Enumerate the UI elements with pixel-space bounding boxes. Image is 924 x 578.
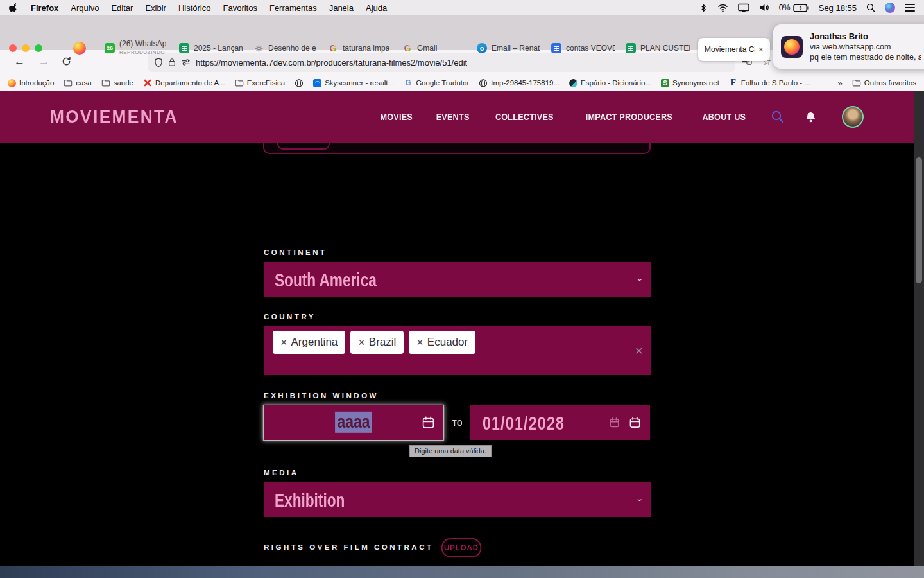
date-from-input[interactable]: aaaa [264,405,443,440]
avatar[interactable] [842,106,864,128]
bluetooth-icon[interactable] [699,3,708,13]
bookmark-espurio[interactable]: Espúrio - Dicionário... [569,79,651,87]
bookmark-label: tmp-29845-175819... [491,79,560,87]
whatsapp-notification[interactable]: Jonathas Brito via web.whatsapp.com pq e… [773,24,924,69]
bookmark-label: Synonyms.net [672,79,719,87]
tab-plan[interactable]: PLAN CUSTEI [620,31,695,66]
bookmark-departamento[interactable]: Departamento de A... [143,78,225,87]
chevron-down-icon: ⌄ [635,495,644,503]
nav-movies[interactable]: MOVIES [381,111,413,123]
tab-whatsapp[interactable]: 26 (26) WhatsAp REPRODUZINDO [99,31,174,66]
reload-button[interactable] [62,57,71,66]
bookmark-globe[interactable] [295,78,304,87]
forward-button[interactable]: → [38,55,49,68]
scrollbar-thumb[interactable] [916,157,922,283]
remove-tag-icon[interactable]: × [416,336,424,349]
bookmark-introducao[interactable]: Introdução [8,79,54,87]
tab-sheets-2025[interactable]: 2025 - Lançan [174,31,248,66]
tag-label: Brazil [369,336,397,349]
menu-janela[interactable]: Janela [329,3,354,13]
wifi-icon[interactable] [717,3,728,12]
menu-favoritos[interactable]: Favoritos [223,3,257,13]
page-scrollbar[interactable] [914,91,924,566]
firefox-icon[interactable] [73,42,86,55]
close-window-button[interactable] [9,44,17,52]
bookmark-label: Departamento de A... [155,79,225,87]
screen-mirroring-icon[interactable] [738,3,749,12]
menu-historico[interactable]: Histórico [178,3,211,13]
tab-email[interactable]: o Email – Renat [472,31,546,66]
sheets-icon [551,43,561,53]
tab-desenho[interactable]: Desenho de e [248,31,323,66]
calendar-small-icon[interactable] [609,417,620,428]
bookmark-folha[interactable]: F Folha de S.Paulo - ... [729,78,810,87]
media-select[interactable]: Exhibition ⌄ [264,482,651,517]
tab-moviementa-active[interactable]: Moviementa Cin × [698,38,770,61]
bookmark-skyscanner[interactable]: ◠ Skyscanner - result... [313,79,394,87]
search-icon[interactable] [771,110,785,124]
calendar-icon[interactable] [422,416,435,430]
menu-firefox[interactable]: Firefox [31,3,58,13]
remove-tag-icon[interactable]: × [358,336,365,349]
remove-tag-icon[interactable]: × [280,336,287,349]
country-label: COUNTRY [264,313,316,320]
menu-exibir[interactable]: Exibir [145,3,166,13]
control-center-icon[interactable] [905,4,915,12]
calendar-icon[interactable] [629,417,641,429]
apple-menu-icon[interactable] [9,3,19,13]
clock[interactable]: Seg 18:55 [819,3,857,13]
continent-select[interactable]: South America ⌄ [264,262,651,297]
continent-label: CONTINENT [264,249,327,256]
bookmark-folder-outros[interactable]: Outros favoritos [852,78,916,87]
country-multiselect[interactable]: × Argentina × Brazil × Ecuador × [264,326,651,375]
moviementa-logo[interactable]: MOVIEMENTA [50,107,178,127]
minimize-window-button[interactable] [22,44,30,52]
media-label: MEDIA [264,469,299,477]
nav-events[interactable]: EVENTS [436,111,469,123]
menu-ajuda[interactable]: Ajuda [366,3,387,13]
nav-about-us[interactable]: ABOUT US [703,111,746,123]
battery-status: 0% [779,3,809,12]
tab-divider [96,39,96,57]
tab-contas[interactable]: contas VEOVE [546,31,620,66]
bookmark-google-tradutor[interactable]: G Google Tradutor [404,78,469,87]
bookmarks-overflow-chevron[interactable]: » [838,78,843,88]
validation-tooltip: Digite uma data válida. [409,445,492,457]
tab-label: Moviementa Cin [705,45,755,54]
bookmark-folder-casa[interactable]: casa [64,78,91,87]
bookmark-label: ExercFisica [247,79,285,87]
country-tag-ecuador[interactable]: × Ecuador [409,331,475,354]
volume-icon[interactable] [759,3,769,12]
bookmark-synonyms[interactable]: S Synonyms.net [661,79,719,87]
date-to-value: 01/01/2028 [483,405,565,440]
upload-button[interactable]: UPLOAD [441,538,482,557]
spotlight-search-icon[interactable] [866,3,875,12]
date-to-input[interactable]: 01/01/2028 [470,405,650,440]
bookmark-tmp[interactable]: tmp-29845-175819... [479,78,560,87]
bookmark-folder-saude[interactable]: saude [101,78,133,87]
siri-icon[interactable] [885,3,895,13]
continent-value: South America [275,262,377,297]
country-tag-argentina[interactable]: × Argentina [273,331,345,354]
back-button[interactable]: ← [14,55,25,68]
zoom-window-button[interactable] [35,44,42,52]
menu-ferramentas[interactable]: Ferramentas [270,3,317,13]
bell-icon[interactable] [805,111,817,123]
bookmark-folder-exercfisica[interactable]: ExercFisica [235,78,285,87]
tab-taturana[interactable]: G taturana impa [323,31,397,66]
menu-arquivo[interactable]: Arquivo [71,3,99,13]
bookmark-label: Espúrio - Dicionário... [581,79,651,87]
nav-impact-producers[interactable]: IMPACT PRODUCERS [585,111,672,123]
folder-icon [64,78,73,87]
dictionary-icon [569,79,578,87]
bookmark-label: Folha de S.Paulo - ... [741,79,810,87]
nav-collectives[interactable]: COLLECTIVES [495,111,554,123]
close-tab-icon[interactable]: × [758,44,764,55]
notification-message: pq ele tem mestrado de noite, aí tenh [810,52,921,62]
country-tag-brazil[interactable]: × Brazil [350,331,404,354]
tab-gmail[interactable]: G Gmail [397,31,472,66]
clear-all-icon[interactable]: × [635,343,643,358]
menu-editar[interactable]: Editar [111,3,133,13]
tag-label: Ecuador [427,336,468,349]
date-from-selected-segment[interactable]: aaaa [335,412,372,433]
